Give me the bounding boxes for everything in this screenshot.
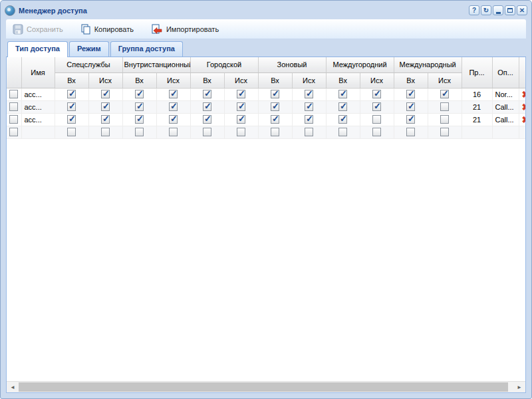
description-cell[interactable]: Call... [492, 113, 519, 126]
access-checkbox[interactable] [67, 115, 76, 124]
delete-icon[interactable]: ✖ [522, 90, 526, 99]
access-checkbox[interactable] [169, 102, 178, 111]
access-checkbox[interactable] [338, 115, 347, 124]
access-checkbox[interactable] [101, 128, 110, 136]
row-select-checkbox[interactable] [9, 102, 18, 111]
access-checkbox[interactable] [67, 90, 76, 98]
scrollbar-thumb[interactable] [19, 382, 508, 392]
delete-icon[interactable]: ✖ [522, 102, 526, 112]
access-checkbox[interactable] [305, 128, 313, 136]
access-checkbox[interactable] [271, 115, 279, 124]
access-checkbox[interactable] [338, 128, 347, 136]
access-checkbox[interactable] [305, 115, 313, 124]
direction-header-4[interactable]: Вх [190, 72, 224, 88]
access-checkbox[interactable] [372, 128, 381, 136]
name-cell[interactable] [21, 126, 55, 138]
access-checkbox[interactable] [338, 102, 347, 111]
access-checkbox[interactable] [203, 115, 211, 124]
direction-header-2[interactable]: Вх [122, 72, 156, 88]
row-select-checkbox[interactable] [9, 90, 18, 98]
name-column-header[interactable]: Имя [21, 57, 55, 88]
priority-cell[interactable] [462, 126, 492, 138]
access-checkbox[interactable] [101, 90, 110, 98]
access-checkbox[interactable] [101, 102, 110, 111]
delete-icon[interactable]: ✖ [522, 115, 526, 124]
description-cell[interactable]: Nor... [492, 88, 519, 100]
access-checkbox[interactable] [203, 102, 211, 111]
help-button[interactable]: ? [469, 5, 479, 15]
access-checkbox[interactable] [169, 115, 178, 124]
access-checkbox[interactable] [169, 90, 178, 98]
direction-header-9[interactable]: Исх [360, 72, 394, 88]
access-checkbox[interactable] [135, 90, 144, 98]
direction-header-7[interactable]: Исх [292, 72, 326, 88]
scroll-left-arrow-icon[interactable]: ◄ [7, 382, 18, 392]
access-check-cell [258, 88, 292, 100]
direction-header-5[interactable]: Исх [224, 72, 258, 88]
access-checkbox[interactable] [372, 90, 381, 98]
tab-access-group[interactable]: Группа доступа [110, 41, 183, 57]
import-button[interactable]: Импортировать [147, 22, 223, 37]
access-checkbox[interactable] [440, 115, 449, 124]
scroll-right-arrow-icon[interactable]: ► [514, 382, 525, 392]
access-checkbox[interactable] [237, 102, 245, 111]
row-select-checkbox[interactable] [9, 128, 18, 136]
access-checkbox[interactable] [271, 102, 279, 111]
access-checkbox[interactable] [203, 90, 211, 98]
direction-header-11[interactable]: Исх [428, 72, 462, 88]
maximize-button[interactable] [505, 5, 515, 15]
access-checkbox[interactable] [237, 115, 245, 124]
access-checkbox[interactable] [237, 90, 245, 98]
description-cell[interactable] [492, 126, 519, 138]
tab-access-type[interactable]: Тип доступа [7, 41, 68, 57]
access-checkbox[interactable] [67, 128, 76, 136]
direction-header-0[interactable]: Вх [55, 72, 88, 88]
priority-column-header[interactable]: Пр... [462, 57, 492, 88]
access-checkbox[interactable] [372, 115, 381, 124]
refresh-button[interactable]: ↻ [481, 5, 491, 15]
delete-cell [519, 126, 526, 138]
horizontal-scrollbar[interactable]: ◄ ► [7, 381, 525, 392]
direction-header-8[interactable]: Вх [326, 72, 360, 88]
access-checkbox[interactable] [271, 128, 279, 136]
access-checkbox[interactable] [338, 90, 347, 98]
name-cell[interactable]: асс... [21, 113, 55, 126]
access-checkbox[interactable] [135, 102, 144, 111]
save-button[interactable]: Сохранить [9, 22, 67, 37]
access-checkbox[interactable] [440, 128, 449, 136]
minimize-button[interactable] [493, 5, 503, 15]
access-checkbox[interactable] [440, 102, 449, 111]
name-cell[interactable]: асс... [21, 88, 55, 100]
access-checkbox[interactable] [372, 102, 381, 111]
access-checkbox[interactable] [271, 90, 279, 98]
description-cell[interactable]: Call... [492, 100, 519, 113]
row-select-checkbox[interactable] [9, 115, 18, 124]
access-checkbox[interactable] [135, 128, 144, 136]
direction-header-10[interactable]: Вх [394, 72, 428, 88]
priority-cell[interactable]: 16 [462, 88, 492, 100]
direction-header-3[interactable]: Исх [156, 72, 190, 88]
access-checkbox[interactable] [406, 128, 415, 136]
name-cell[interactable]: асс... [21, 100, 55, 113]
access-checkbox[interactable] [203, 128, 211, 136]
close-button[interactable]: ✕ [517, 5, 527, 15]
description-column-header[interactable]: Оп... [492, 57, 519, 88]
access-checkbox[interactable] [101, 115, 110, 124]
access-checkbox[interactable] [305, 90, 313, 98]
copy-button[interactable]: Копировать [76, 22, 138, 37]
access-checkbox[interactable] [135, 115, 144, 124]
priority-cell[interactable]: 21 [462, 100, 492, 113]
access-checkbox[interactable] [406, 102, 415, 111]
access-checkbox[interactable] [237, 128, 245, 136]
access-checkbox[interactable] [169, 128, 178, 136]
access-checkbox[interactable] [406, 115, 415, 124]
priority-cell[interactable]: 21 [462, 113, 492, 126]
tab-mode[interactable]: Режим [69, 41, 109, 57]
access-checkbox[interactable] [440, 90, 449, 98]
direction-header-1[interactable]: Исх [88, 72, 122, 88]
access-checkbox[interactable] [305, 102, 313, 111]
direction-header-6[interactable]: Вх [258, 72, 292, 88]
access-checkbox[interactable] [406, 90, 415, 98]
access-checkbox[interactable] [67, 102, 76, 111]
toolbar: Сохранить Копировать Имп [6, 19, 526, 39]
